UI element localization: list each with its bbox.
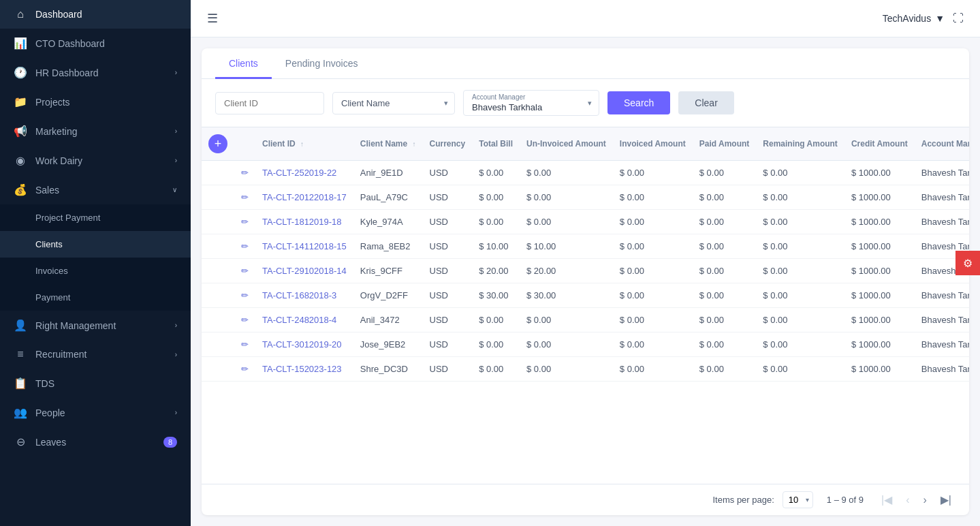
row-credit: $ 1000.00	[844, 161, 915, 185]
client-id-link[interactable]: TA-CLT-3012019-20	[262, 339, 342, 350]
row-client-id[interactable]: TA-CLT-252019-22	[255, 161, 353, 185]
row-edit-cell[interactable]: ✏	[234, 259, 255, 283]
row-edit-cell[interactable]: ✏	[234, 161, 255, 185]
row-client-id[interactable]: TA-CLT-2482018-4	[255, 308, 353, 332]
sidebar-item-payment[interactable]: Payment	[0, 284, 191, 311]
sidebar-item-clients[interactable]: Clients	[0, 231, 191, 258]
row-paid: $ 0.00	[693, 308, 757, 332]
sidebar-item-marketing[interactable]: 📢 Marketing ›	[0, 117, 191, 146]
row-edit-cell[interactable]: ✏	[234, 332, 255, 357]
row-remaining: $ 0.00	[756, 259, 844, 283]
sidebar-item-hr-dashboard[interactable]: 🕐 HR Dashboard ›	[0, 58, 191, 87]
client-id-link[interactable]: TA-CLT-29102018-14	[262, 266, 347, 276]
sidebar-item-sales[interactable]: 💰 Sales ∨	[0, 175, 191, 204]
sidebar-item-recruitment[interactable]: ≡ Recruitment ›	[0, 340, 191, 369]
row-total-bill: $ 0.00	[472, 210, 520, 234]
col-un-invoiced: Un-Invoiced Amount	[520, 127, 613, 161]
row-add-cell	[202, 161, 234, 185]
row-account-manager: Bhavesh Tarkhala	[915, 161, 969, 185]
row-client-id[interactable]: TA-CLT-20122018-17	[255, 185, 353, 210]
sort-icon[interactable]: ↑	[413, 140, 416, 148]
edit-icon[interactable]: ✏	[241, 339, 249, 350]
row-credit: $ 1000.00	[844, 332, 915, 357]
expand-icon[interactable]: ⛶	[953, 12, 964, 25]
tab-bar: Clients Pending Invoices	[202, 48, 969, 79]
client-name-select[interactable]: Client Name	[332, 92, 455, 114]
row-client-id[interactable]: TA-CLT-152023-123	[255, 357, 353, 382]
client-id-input[interactable]	[215, 92, 324, 114]
row-client-id[interactable]: TA-CLT-29102018-14	[255, 259, 353, 283]
leaves-badge: 8	[163, 437, 177, 448]
client-id-link[interactable]: TA-CLT-1682018-3	[262, 290, 336, 300]
edit-icon[interactable]: ✏	[241, 192, 249, 202]
prev-page-button[interactable]: ‹	[902, 493, 913, 508]
edit-icon[interactable]: ✏	[241, 266, 249, 276]
row-edit-cell[interactable]: ✏	[234, 234, 255, 259]
tab-clients[interactable]: Clients	[215, 48, 272, 79]
client-id-link[interactable]: TA-CLT-2482018-4	[262, 315, 336, 325]
row-edit-cell[interactable]: ✏	[234, 283, 255, 308]
sort-icon[interactable]: ↑	[300, 140, 304, 148]
chevron-down-icon: ▾	[588, 99, 592, 108]
row-paid: $ 0.00	[693, 161, 757, 185]
row-client-id[interactable]: TA-CLT-3012019-20	[255, 332, 353, 357]
row-remaining: $ 0.00	[756, 332, 844, 357]
sidebar-item-projects[interactable]: 📁 Projects	[0, 87, 191, 117]
row-total-bill: $ 0.00	[472, 308, 520, 332]
search-button[interactable]: Search	[607, 91, 670, 114]
row-edit-cell[interactable]: ✏	[234, 185, 255, 210]
settings-gear-button[interactable]: ⚙	[955, 251, 980, 275]
edit-icon[interactable]: ✏	[241, 241, 249, 251]
row-client-id[interactable]: TA-CLT-14112018-15	[255, 234, 353, 259]
clear-button[interactable]: Clear	[678, 91, 733, 114]
client-id-link[interactable]: TA-CLT-14112018-15	[262, 241, 347, 251]
home-icon: ⌂	[14, 8, 27, 20]
sidebar-item-leaves[interactable]: ⊖ Leaves 8	[0, 427, 191, 457]
edit-icon[interactable]: ✏	[241, 364, 249, 374]
row-edit-cell[interactable]: ✏	[234, 357, 255, 382]
row-paid: $ 0.00	[693, 332, 757, 357]
items-per-page-select[interactable]: 10 25 50	[783, 491, 813, 508]
edit-icon[interactable]: ✏	[241, 217, 249, 227]
last-page-button[interactable]: ▶|	[936, 492, 955, 508]
client-id-link[interactable]: TA-CLT-252019-22	[262, 168, 336, 178]
row-client-name: Jose_9EB2	[353, 332, 423, 357]
row-client-id[interactable]: TA-CLT-1682018-3	[255, 283, 353, 308]
sidebar-item-work-dairy[interactable]: ◉ Work Dairy ›	[0, 146, 191, 175]
circle-icon: ◉	[14, 154, 27, 167]
table-row: ✏ TA-CLT-14112018-15 Rama_8EB2 USD $ 10.…	[202, 234, 969, 259]
edit-icon[interactable]: ✏	[241, 168, 249, 178]
tab-pending-invoices[interactable]: Pending Invoices	[272, 48, 372, 79]
row-invoiced: $ 0.00	[613, 308, 693, 332]
first-page-button[interactable]: |◀	[877, 492, 896, 508]
next-page-button[interactable]: ›	[919, 493, 931, 508]
company-selector[interactable]: TechAvidus ▼	[883, 13, 945, 24]
edit-icon[interactable]: ✏	[241, 290, 249, 300]
sidebar-item-label: Dashboard	[35, 9, 82, 20]
sidebar-item-project-payment[interactable]: Project Payment	[0, 204, 191, 231]
row-client-id[interactable]: TA-CLT-1812019-18	[255, 210, 353, 234]
row-paid: $ 0.00	[693, 357, 757, 382]
edit-icon[interactable]: ✏	[241, 315, 249, 325]
people-icon: 👥	[14, 406, 27, 419]
col-account-manager: Account Manager ↑	[915, 127, 969, 161]
row-total-bill: $ 0.00	[472, 185, 520, 210]
client-id-link[interactable]: TA-CLT-152023-123	[262, 364, 342, 374]
menu-icon[interactable]: ☰	[207, 11, 218, 26]
sidebar-item-dashboard[interactable]: ⌂ Dashboard	[0, 0, 191, 29]
client-id-link[interactable]: TA-CLT-20122018-17	[262, 192, 347, 202]
account-manager-select[interactable]: Bhavesh Tarkhala	[472, 102, 581, 112]
sidebar-item-invoices[interactable]: Invoices	[0, 258, 191, 284]
sidebar-item-cto-dashboard[interactable]: 📊 CTO Dashboard	[0, 29, 191, 58]
sidebar-item-right-management[interactable]: 👤 Right Management ›	[0, 311, 191, 340]
row-remaining: $ 0.00	[756, 283, 844, 308]
sidebar-item-tds[interactable]: 📋 TDS	[0, 369, 191, 398]
row-edit-cell[interactable]: ✏	[234, 210, 255, 234]
row-un-invoiced: $ 0.00	[520, 332, 613, 357]
row-remaining: $ 0.00	[756, 210, 844, 234]
add-client-button[interactable]: +	[208, 134, 227, 153]
sidebar-item-people[interactable]: 👥 People ›	[0, 398, 191, 427]
chevron-right-icon: ›	[175, 127, 177, 135]
row-edit-cell[interactable]: ✏	[234, 308, 255, 332]
client-id-link[interactable]: TA-CLT-1812019-18	[262, 217, 342, 227]
